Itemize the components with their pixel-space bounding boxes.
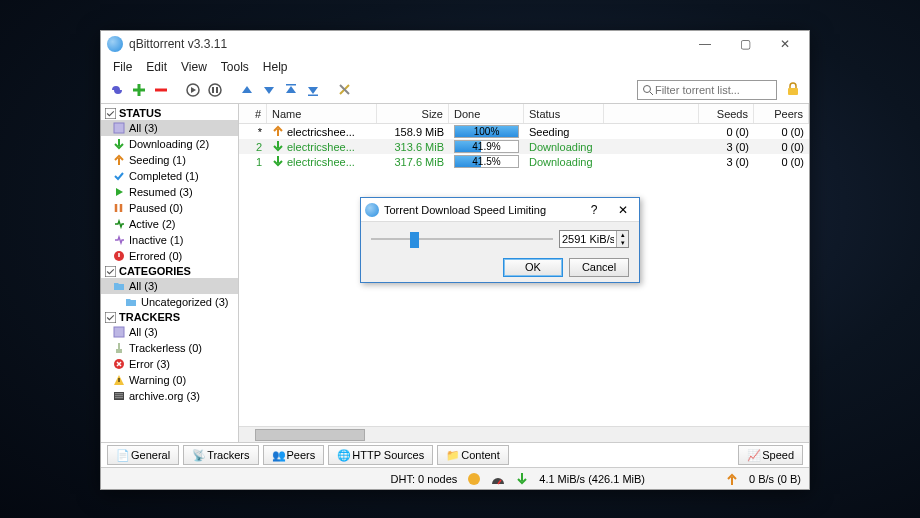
tab-content[interactable]: 📁Content <box>437 445 509 465</box>
dialog-close-button[interactable]: ✕ <box>611 203 635 217</box>
column-headers[interactable]: # Name Size Done Status Seeds Peers <box>239 104 809 124</box>
svg-rect-9 <box>105 266 116 277</box>
lock-icon[interactable] <box>785 81 803 99</box>
sidebar-status-item[interactable]: Active (2) <box>101 216 238 232</box>
add-link-button[interactable] <box>107 80 127 100</box>
sidebar-tracker-item[interactable]: All (3) <box>101 324 238 340</box>
torrent-seeds: 3 (0) <box>699 154 754 169</box>
torrent-status: Downloading <box>524 139 604 154</box>
tab-speed[interactable]: 📈Speed <box>738 445 803 465</box>
filter-input[interactable] <box>653 83 772 97</box>
sidebar-status-item[interactable]: Resumed (3) <box>101 184 238 200</box>
cancel-button[interactable]: Cancel <box>569 258 629 277</box>
status-header[interactable]: STATUS <box>101 106 238 120</box>
sidebar-item-label: archive.org (3) <box>129 389 200 403</box>
sidebar-item-label: Inactive (1) <box>129 233 183 247</box>
sidebar-status-item[interactable]: Inactive (1) <box>101 232 238 248</box>
settings-button[interactable] <box>335 80 355 100</box>
tab-peers[interactable]: 👥Peers <box>263 445 325 465</box>
dialog-help-button[interactable]: ? <box>582 203 606 217</box>
svg-point-20 <box>468 473 480 485</box>
svg-rect-6 <box>105 108 116 119</box>
filter-box[interactable] <box>637 80 777 100</box>
horizontal-scrollbar[interactable] <box>239 426 809 442</box>
http-icon: 🌐 <box>337 449 349 461</box>
tab-general[interactable]: 📄General <box>107 445 179 465</box>
speed-slider[interactable] <box>371 230 553 248</box>
menu-file[interactable]: File <box>107 59 138 75</box>
start-button[interactable] <box>183 80 203 100</box>
sidebar-status-item[interactable]: Completed (1) <box>101 168 238 184</box>
col-size: Size <box>377 104 449 123</box>
move-down-button[interactable] <box>259 80 279 100</box>
menu-edit[interactable]: Edit <box>140 59 173 75</box>
torrent-seeds: 0 (0) <box>699 124 754 139</box>
move-bottom-button[interactable] <box>303 80 323 100</box>
sidebar-item-label: All (3) <box>129 325 158 339</box>
sidebar-item-label: All (3) <box>129 279 158 293</box>
menu-view[interactable]: View <box>175 59 213 75</box>
trackers-header[interactable]: TRACKERS <box>101 310 238 324</box>
folder-icon: 📁 <box>446 449 458 461</box>
sidebar-status-item[interactable]: All (3) <box>101 120 238 136</box>
torrent-row[interactable]: 1electricshee...317.6 MiB41.5%Downloadin… <box>239 154 809 169</box>
play-icon <box>113 186 125 198</box>
speed-spinbox[interactable]: ▴▾ <box>559 230 629 248</box>
active-icon <box>113 218 125 230</box>
svg-rect-19 <box>115 397 123 398</box>
torrent-size: 158.9 MiB <box>377 124 449 139</box>
speed-limit-icon[interactable] <box>491 472 505 486</box>
remove-button[interactable] <box>151 80 171 100</box>
close-button[interactable]: ✕ <box>765 33 805 55</box>
col-peers: Peers <box>754 104 809 123</box>
sidebar-item-label: Completed (1) <box>129 169 199 183</box>
spin-down[interactable]: ▾ <box>617 239 628 247</box>
col-status: Status <box>524 104 604 123</box>
err-icon <box>113 358 125 370</box>
minimize-button[interactable]: — <box>685 33 725 55</box>
sidebar-status-item[interactable]: Downloading (2) <box>101 136 238 152</box>
categories-header[interactable]: CATEGORIES <box>101 264 238 278</box>
speed-input[interactable] <box>560 233 616 245</box>
svg-rect-18 <box>115 395 123 396</box>
torrent-row[interactable]: 2electricshee...313.6 MiB41.9%Downloadin… <box>239 139 809 154</box>
all-icon <box>113 326 125 338</box>
sidebar-item-label: Downloading (2) <box>129 137 209 151</box>
svg-point-4 <box>644 85 651 92</box>
menu-bar: File Edit View Tools Help <box>101 57 809 76</box>
error-icon <box>113 250 125 262</box>
torrent-peers: 0 (0) <box>754 154 809 169</box>
sidebar-category-item[interactable]: Uncategorized (3) <box>101 294 238 310</box>
slider-handle[interactable] <box>410 232 419 248</box>
move-top-button[interactable] <box>281 80 301 100</box>
all-icon <box>113 122 125 134</box>
sidebar-status-item[interactable]: Paused (0) <box>101 200 238 216</box>
sidebar-item-label: Warning (0) <box>129 373 186 387</box>
tab-trackers[interactable]: 📡Trackers <box>183 445 258 465</box>
maximize-button[interactable]: ▢ <box>725 33 765 55</box>
torrent-size: 313.6 MiB <box>377 139 449 154</box>
progress-bar: 100% <box>454 125 519 138</box>
down-icon <box>113 138 125 150</box>
tab-http[interactable]: 🌐HTTP Sources <box>328 445 433 465</box>
pause-button[interactable] <box>205 80 225 100</box>
sidebar-tracker-item[interactable]: archive.org (3) <box>101 388 238 404</box>
toolbar <box>101 76 809 104</box>
move-up-button[interactable] <box>237 80 257 100</box>
add-torrent-button[interactable] <box>129 80 149 100</box>
menu-help[interactable]: Help <box>257 59 294 75</box>
globe-icon[interactable] <box>467 472 481 486</box>
search-icon <box>642 84 653 96</box>
sidebar-tracker-item[interactable]: Warning (0) <box>101 372 238 388</box>
sidebar-status-item[interactable]: Seeding (1) <box>101 152 238 168</box>
sidebar-category-item[interactable]: All (3) <box>101 278 238 294</box>
up-icon <box>113 154 125 166</box>
sidebar-tracker-item[interactable]: Error (3) <box>101 356 238 372</box>
torrent-row[interactable]: *electricshee...158.9 MiB100%Seeding0 (0… <box>239 124 809 139</box>
sidebar-tracker-item[interactable]: Trackerless (0) <box>101 340 238 356</box>
spin-up[interactable]: ▴ <box>617 231 628 239</box>
col-seeds: Seeds <box>699 104 754 123</box>
ok-button[interactable]: OK <box>503 258 563 277</box>
sidebar-status-item[interactable]: Errored (0) <box>101 248 238 264</box>
menu-tools[interactable]: Tools <box>215 59 255 75</box>
